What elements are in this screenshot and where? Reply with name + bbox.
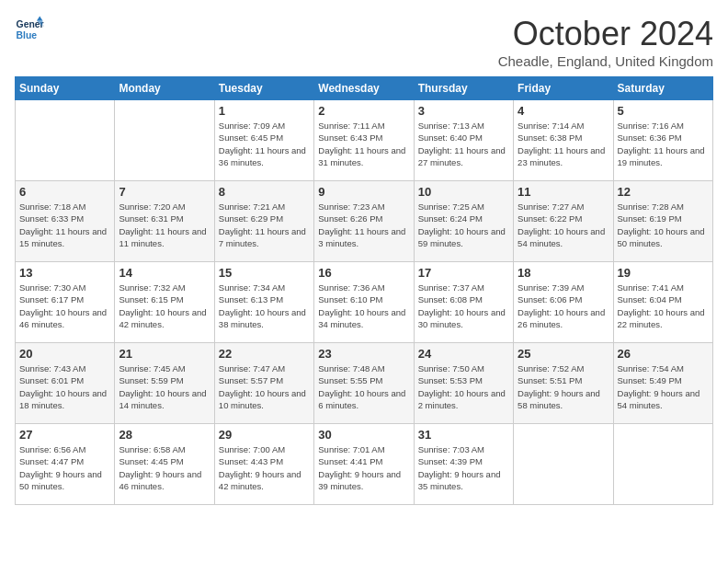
calendar-cell: 26Sunrise: 7:54 AM Sunset: 5:49 PM Dayli… [613,343,712,424]
svg-text:Blue: Blue [17,30,38,40]
day-number: 23 [318,347,409,361]
header: General Blue October 2024 Cheadle, Engla… [15,15,713,69]
day-detail: Sunrise: 7:39 AM Sunset: 6:06 PM Dayligh… [518,282,609,330]
day-detail: Sunrise: 7:43 AM Sunset: 6:01 PM Dayligh… [19,362,110,411]
calendar-cell: 31Sunrise: 7:03 AM Sunset: 4:39 PM Dayli… [414,424,513,505]
day-number: 21 [119,347,210,361]
calendar-cell [16,100,115,181]
dow-header-saturday: Saturday [613,77,712,100]
calendar-cell: 8Sunrise: 7:21 AM Sunset: 6:29 PM Daylig… [214,181,313,262]
day-number: 2 [318,104,409,118]
day-number: 1 [219,104,310,118]
day-number: 11 [518,185,609,199]
day-detail: Sunrise: 7:32 AM Sunset: 6:15 PM Dayligh… [119,282,210,330]
calendar-cell: 9Sunrise: 7:23 AM Sunset: 6:26 PM Daylig… [314,181,414,262]
day-detail: Sunrise: 7:14 AM Sunset: 6:38 PM Dayligh… [518,120,609,168]
day-number: 7 [119,185,210,199]
calendar-cell: 15Sunrise: 7:34 AM Sunset: 6:13 PM Dayli… [214,262,313,343]
day-number: 3 [418,104,509,118]
day-detail: Sunrise: 6:58 AM Sunset: 4:45 PM Dayligh… [119,443,210,492]
day-number: 25 [518,347,609,361]
day-detail: Sunrise: 7:47 AM Sunset: 5:57 PM Dayligh… [219,362,310,411]
day-detail: Sunrise: 7:54 AM Sunset: 5:49 PM Dayligh… [618,362,709,411]
day-detail: Sunrise: 7:25 AM Sunset: 6:24 PM Dayligh… [418,201,509,249]
calendar-cell: 2Sunrise: 7:11 AM Sunset: 6:43 PM Daylig… [314,100,414,181]
day-detail: Sunrise: 7:11 AM Sunset: 6:43 PM Dayligh… [318,120,409,168]
calendar-cell [514,424,613,505]
day-number: 4 [518,104,609,118]
day-detail: Sunrise: 7:34 AM Sunset: 6:13 PM Dayligh… [219,282,310,330]
calendar-cell: 14Sunrise: 7:32 AM Sunset: 6:15 PM Dayli… [115,262,214,343]
day-number: 6 [19,185,110,199]
day-detail: Sunrise: 7:52 AM Sunset: 5:51 PM Dayligh… [518,362,609,411]
day-detail: Sunrise: 7:00 AM Sunset: 4:43 PM Dayligh… [219,443,310,492]
calendar-cell: 5Sunrise: 7:16 AM Sunset: 6:36 PM Daylig… [613,100,712,181]
day-detail: Sunrise: 7:50 AM Sunset: 5:53 PM Dayligh… [418,362,509,411]
logo-icon: General Blue [15,15,44,44]
day-detail: Sunrise: 7:36 AM Sunset: 6:10 PM Dayligh… [318,282,409,330]
day-detail: Sunrise: 7:28 AM Sunset: 6:19 PM Dayligh… [618,201,709,249]
title-area: October 2024 Cheadle, England, United Ki… [498,15,713,69]
day-detail: Sunrise: 7:30 AM Sunset: 6:17 PM Dayligh… [19,282,110,330]
day-number: 27 [19,428,110,442]
day-number: 5 [618,104,709,118]
calendar-cell: 4Sunrise: 7:14 AM Sunset: 6:38 PM Daylig… [514,100,613,181]
day-detail: Sunrise: 7:16 AM Sunset: 6:36 PM Dayligh… [618,120,709,168]
calendar-table: SundayMondayTuesdayWednesdayThursdayFrid… [15,76,713,505]
calendar-cell: 25Sunrise: 7:52 AM Sunset: 5:51 PM Dayli… [514,343,613,424]
day-number: 8 [219,185,310,199]
calendar-cell: 24Sunrise: 7:50 AM Sunset: 5:53 PM Dayli… [414,343,513,424]
logo: General Blue [15,15,44,44]
day-number: 17 [418,266,509,280]
day-detail: Sunrise: 7:27 AM Sunset: 6:22 PM Dayligh… [518,201,609,249]
calendar-cell: 22Sunrise: 7:47 AM Sunset: 5:57 PM Dayli… [214,343,313,424]
calendar-cell: 28Sunrise: 6:58 AM Sunset: 4:45 PM Dayli… [115,424,214,505]
day-number: 22 [219,347,310,361]
day-number: 10 [418,185,509,199]
day-detail: Sunrise: 7:45 AM Sunset: 5:59 PM Dayligh… [119,362,210,411]
day-number: 28 [119,428,210,442]
dow-header-sunday: Sunday [16,77,115,100]
day-number: 9 [318,185,409,199]
calendar-cell [613,424,712,505]
calendar-cell: 19Sunrise: 7:41 AM Sunset: 6:04 PM Dayli… [613,262,712,343]
calendar-cell: 13Sunrise: 7:30 AM Sunset: 6:17 PM Dayli… [16,262,115,343]
calendar-cell: 7Sunrise: 7:20 AM Sunset: 6:31 PM Daylig… [115,181,214,262]
calendar-cell: 17Sunrise: 7:37 AM Sunset: 6:08 PM Dayli… [414,262,513,343]
calendar-cell: 6Sunrise: 7:18 AM Sunset: 6:33 PM Daylig… [16,181,115,262]
calendar-cell: 21Sunrise: 7:45 AM Sunset: 5:59 PM Dayli… [115,343,214,424]
svg-marker-2 [37,17,42,21]
day-detail: Sunrise: 7:03 AM Sunset: 4:39 PM Dayligh… [418,443,509,492]
dow-header-tuesday: Tuesday [214,77,313,100]
day-number: 13 [19,266,110,280]
calendar-cell: 20Sunrise: 7:43 AM Sunset: 6:01 PM Dayli… [16,343,115,424]
dow-header-wednesday: Wednesday [314,77,414,100]
day-number: 19 [618,266,709,280]
location-subtitle: Cheadle, England, United Kingdom [498,53,713,69]
day-detail: Sunrise: 7:18 AM Sunset: 6:33 PM Dayligh… [19,201,110,249]
day-detail: Sunrise: 7:09 AM Sunset: 6:45 PM Dayligh… [219,120,310,168]
day-detail: Sunrise: 7:01 AM Sunset: 4:41 PM Dayligh… [318,443,409,492]
day-detail: Sunrise: 6:56 AM Sunset: 4:47 PM Dayligh… [19,443,110,492]
dow-header-monday: Monday [115,77,214,100]
day-number: 30 [318,428,409,442]
calendar-cell: 27Sunrise: 6:56 AM Sunset: 4:47 PM Dayli… [16,424,115,505]
day-detail: Sunrise: 7:21 AM Sunset: 6:29 PM Dayligh… [219,201,310,249]
day-detail: Sunrise: 7:37 AM Sunset: 6:08 PM Dayligh… [418,282,509,330]
calendar-cell: 16Sunrise: 7:36 AM Sunset: 6:10 PM Dayli… [314,262,414,343]
day-detail: Sunrise: 7:20 AM Sunset: 6:31 PM Dayligh… [119,201,210,249]
day-number: 29 [219,428,310,442]
day-number: 14 [119,266,210,280]
day-number: 26 [618,347,709,361]
calendar-cell: 29Sunrise: 7:00 AM Sunset: 4:43 PM Dayli… [214,424,313,505]
calendar-cell: 30Sunrise: 7:01 AM Sunset: 4:41 PM Dayli… [314,424,414,505]
calendar-cell: 10Sunrise: 7:25 AM Sunset: 6:24 PM Dayli… [414,181,513,262]
day-detail: Sunrise: 7:13 AM Sunset: 6:40 PM Dayligh… [418,120,509,168]
calendar-cell: 18Sunrise: 7:39 AM Sunset: 6:06 PM Dayli… [514,262,613,343]
day-number: 24 [418,347,509,361]
day-detail: Sunrise: 7:41 AM Sunset: 6:04 PM Dayligh… [618,282,709,330]
month-title: October 2024 [498,15,713,53]
dow-header-thursday: Thursday [414,77,513,100]
day-detail: Sunrise: 7:48 AM Sunset: 5:55 PM Dayligh… [318,362,409,411]
calendar-cell: 23Sunrise: 7:48 AM Sunset: 5:55 PM Dayli… [314,343,414,424]
